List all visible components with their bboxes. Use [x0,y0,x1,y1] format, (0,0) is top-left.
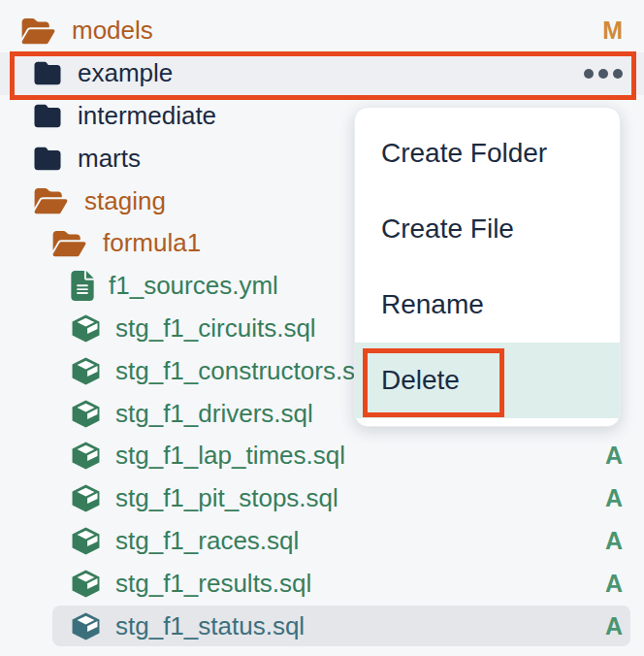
status-badge: A [605,570,623,598]
tree-item-label: staging [84,186,166,216]
menu-item-create-file[interactable]: Create File [355,191,620,267]
tree-item-label: stg_f1_status.sql [115,611,305,641]
tree-item-label: stg_f1_constructors.sql [115,356,374,386]
context-menu: Create FolderCreate FileRenameDelete [354,107,621,427]
folder-icon [32,60,63,86]
tree-item-label: stg_f1_races.sql [115,526,299,556]
folder-icon [32,146,63,172]
tree-item-stg-f1-results-sql[interactable]: stg_f1_results.sql A [0,562,644,605]
status-badge: A [605,442,623,470]
file-doc-icon [71,271,94,301]
model-cube-icon [71,356,101,386]
tree-item-label: example [78,58,173,88]
status-badge: M [602,16,623,45]
folder-open-icon [19,16,57,46]
status-badge: A [605,484,623,512]
menu-item-delete[interactable]: Delete [355,343,620,418]
folder-icon [32,103,63,129]
model-cube-icon [71,313,101,344]
tree-item-label: formula1 [103,228,201,258]
tree-item-models[interactable]: models M [0,10,644,52]
folder-open-icon [32,186,70,215]
tree-item-label: stg_f1_drivers.sql [115,399,313,429]
menu-item-create-folder[interactable]: Create Folder [355,115,620,191]
ellipsis-menu-icon[interactable] [584,69,623,79]
model-cube-icon [71,569,101,599]
model-cube-icon [71,399,101,429]
tree-item-stg-f1-races-sql[interactable]: stg_f1_races.sql A [0,520,644,563]
model-cube-icon [71,441,101,471]
tree-item-label: f1_sources.yml [109,271,278,301]
tree-item-stg-f1-pit-stops-sql[interactable]: stg_f1_pit_stops.sql A [0,477,644,520]
tree-item-label: intermediate [78,101,216,131]
tree-item-label: stg_f1_lap_times.sql [115,441,345,471]
tree-item-label: marts [78,144,141,174]
tree-item-label: stg_f1_pit_stops.sql [115,483,338,513]
tree-item-label: models [72,16,153,46]
model-cube-icon [71,526,101,556]
status-badge: A [605,612,623,640]
folder-open-icon [50,229,88,258]
tree-item-stg-f1-status-sql[interactable]: stg_f1_status.sql A [0,605,644,647]
tree-item-label: stg_f1_results.sql [115,569,311,599]
tree-item-example[interactable]: example [0,52,644,95]
model-cube-icon [71,611,101,641]
tree-item-stg-f1-lap-times-sql[interactable]: stg_f1_lap_times.sql A [0,435,644,477]
status-badge: A [605,527,623,555]
model-cube-icon [71,483,101,513]
tree-item-label: stg_f1_circuits.sql [115,313,316,344]
menu-item-rename[interactable]: Rename [355,267,620,343]
